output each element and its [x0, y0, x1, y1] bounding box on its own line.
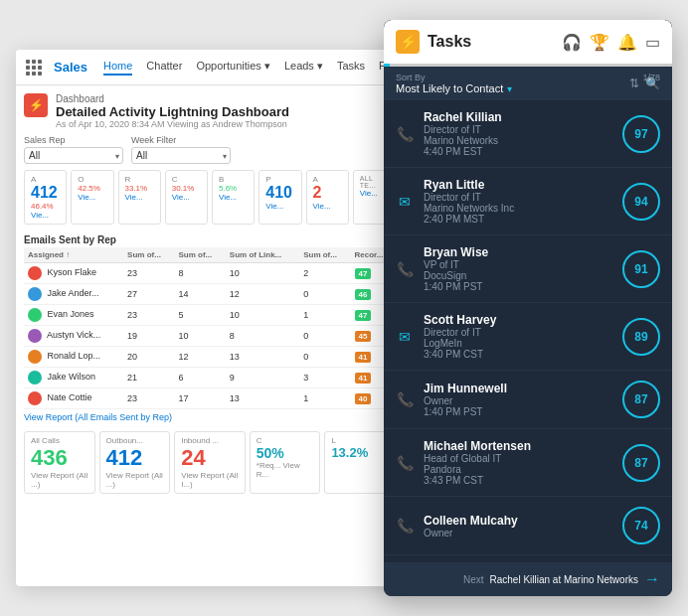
score-circle: 87	[622, 381, 660, 418]
dashboard-subtitle: As of Apr 10, 2020 8:34 AM Viewing as An…	[56, 119, 289, 129]
contact-role: Director of IT	[424, 124, 612, 135]
sort-select-wrap: Most Likely to Contact ▾	[396, 82, 512, 94]
col-assigned: Assigned ↑	[24, 247, 123, 263]
tasks-footer: Next Rachel Killian at Marino Networks →	[384, 562, 672, 596]
metric-p-value: 410	[265, 184, 294, 202]
metric-c: C 30.1% Vie...	[165, 170, 208, 225]
outbound-label: Outboun...	[106, 436, 164, 445]
metric-o-link[interactable]: Vie...	[78, 193, 106, 202]
score-circle: 97	[622, 115, 660, 153]
contact-name: Colleen Mulcahy	[424, 514, 612, 528]
metric-p: P 410 Vie...	[258, 170, 301, 225]
calls-sub: View Report (All ...)	[31, 471, 88, 489]
nav-home[interactable]: Home	[103, 60, 132, 76]
cell-v3: 13	[226, 388, 299, 409]
c-metric-value: 50%	[257, 445, 314, 461]
l-metric-value: 13.2%	[331, 445, 389, 460]
contact-role: Head of Global IT	[424, 453, 612, 464]
nav-tasks[interactable]: Tasks	[337, 60, 365, 76]
footer-arrow-icon[interactable]: →	[644, 570, 660, 588]
cell-v4: 1	[299, 305, 350, 326]
emails-table: Assigned ↑ Sum of... Sum of... Sum of Li…	[24, 247, 396, 409]
sales-rep-select[interactable]: All	[24, 147, 123, 164]
sort-chevron-icon[interactable]: ▾	[507, 83, 512, 94]
contact-name: Scott Harvey	[424, 313, 612, 327]
cell-name: Jake Ander...	[24, 284, 123, 305]
metric-r-link[interactable]: Vie...	[125, 193, 154, 202]
metric-o-label: O	[78, 175, 106, 184]
cell-v3: 12	[226, 284, 299, 305]
cell-v2: 8	[174, 263, 225, 284]
nav-chatter[interactable]: Chatter	[146, 60, 182, 76]
metric-o-change: 42.5%	[78, 184, 106, 193]
salesforce-panel: Sales Home Chatter Opportunities ▾ Leads…	[16, 50, 404, 586]
sort-label: Sort By	[396, 73, 512, 82]
calls-metric: All Calls 436 View Report (All ...)	[24, 431, 95, 494]
outbound-sub: View Report (All ...)	[106, 471, 164, 489]
metric-a-value: 412	[31, 184, 60, 202]
app-grid-icon[interactable]	[26, 60, 42, 76]
cell-name: Jake Wilson	[24, 368, 123, 388]
cell-v4: 0	[299, 284, 350, 305]
contact-company: Marino Networks	[424, 135, 612, 146]
table-row: Ronald Lop... 20 12 13 0 41	[24, 347, 396, 368]
cell-v1: 21	[123, 368, 174, 388]
col-sum1: Sum of...	[123, 247, 174, 263]
cell-v1: 27	[123, 284, 174, 305]
l-metric-label: L	[331, 436, 389, 445]
sf-app-title[interactable]: Sales	[54, 60, 87, 75]
contact-company: Marino Networks Inc	[424, 203, 612, 214]
c-metric: C 50% *Req... View R...	[250, 431, 321, 494]
contact-company: LogMeIn	[424, 338, 612, 349]
table-row: Evan Jones 23 5 10 1 47	[24, 305, 396, 326]
metric-b-link[interactable]: Vie...	[219, 193, 248, 202]
contact-info: Rachel Killian Director of IT Marino Net…	[424, 110, 612, 157]
headphones-icon[interactable]: 🎧	[562, 33, 582, 52]
contact-item[interactable]: 📞 Colleen Mulcahy Owner 74	[384, 497, 672, 555]
view-report-emails[interactable]: View Report (All Emails Sent by Rep)	[24, 409, 396, 425]
tasks-header: ⚡ Tasks 🎧 🏆 🔔 ▭	[384, 20, 672, 64]
metric-p-link[interactable]: Vie...	[265, 202, 294, 211]
score-circle: 74	[622, 507, 660, 544]
cell-v4: 2	[299, 263, 350, 284]
nav-opportunities[interactable]: Opportunities ▾	[196, 60, 269, 76]
col-sum3: Sum of Link...	[226, 247, 299, 263]
contact-item[interactable]: ✉ Scott Harvey Director of IT LogMeIn 3:…	[384, 303, 672, 371]
metric-a-link[interactable]: Vie...	[31, 211, 60, 220]
page-count: 1/78	[642, 73, 660, 82]
col-sum4: Sum of...	[299, 247, 350, 263]
cell-v3: 8	[226, 326, 299, 347]
window-icon[interactable]: ▭	[645, 33, 660, 52]
bottom-metrics: All Calls 436 View Report (All ...) Outb…	[24, 431, 396, 494]
cell-name: Evan Jones	[24, 305, 123, 326]
contact-time: 1:40 PM PST	[424, 281, 612, 292]
metric-a2-link[interactable]: Vie...	[313, 202, 342, 211]
week-filter-select[interactable]: All	[131, 147, 231, 164]
calls-value: 436	[31, 445, 88, 471]
metric-p-label: P	[265, 175, 294, 184]
filter-icon[interactable]: ⇅	[629, 77, 639, 90]
contact-info: Bryan Wise VP of IT DocuSign 1:40 PM PST	[424, 245, 612, 292]
nav-leads[interactable]: Leads ▾	[284, 60, 323, 76]
contact-role: Director of IT	[424, 192, 612, 203]
sort-value[interactable]: Most Likely to Contact	[396, 82, 503, 94]
contact-item[interactable]: 📞 Rachel Killian Director of IT Marino N…	[384, 100, 672, 168]
contact-item[interactable]: 📞 Michael Mortensen Head of Global IT Pa…	[384, 429, 672, 497]
metric-r-label: R	[125, 175, 154, 184]
phone-icon: 📞	[396, 261, 414, 277]
metric-a-label: A	[31, 175, 60, 184]
contact-item[interactable]: 📞 Jim Hunnewell Owner 1:40 PM PST 87	[384, 371, 672, 429]
filter-row: Sales Rep All Week Filter All	[24, 135, 396, 164]
cell-v3: 10	[226, 305, 299, 326]
trophy-icon[interactable]: 🏆	[590, 33, 609, 52]
score-circle: 91	[622, 250, 660, 288]
metric-c-link[interactable]: Vie...	[172, 193, 201, 202]
cell-v3: 9	[226, 368, 299, 388]
contact-item[interactable]: 📞 Bryan Wise VP of IT DocuSign 1:40 PM P…	[384, 235, 672, 303]
contact-role: Owner	[424, 395, 612, 406]
contact-item[interactable]: ✉ Ryan Little Director of IT Marino Netw…	[384, 168, 672, 235]
contact-role: Director of IT	[424, 327, 612, 338]
dashboard-title: Detailed Activity Lightning Dashboard	[56, 104, 289, 119]
bell-icon[interactable]: 🔔	[617, 33, 637, 52]
metric-b: B 5.6% Vie...	[212, 170, 255, 225]
